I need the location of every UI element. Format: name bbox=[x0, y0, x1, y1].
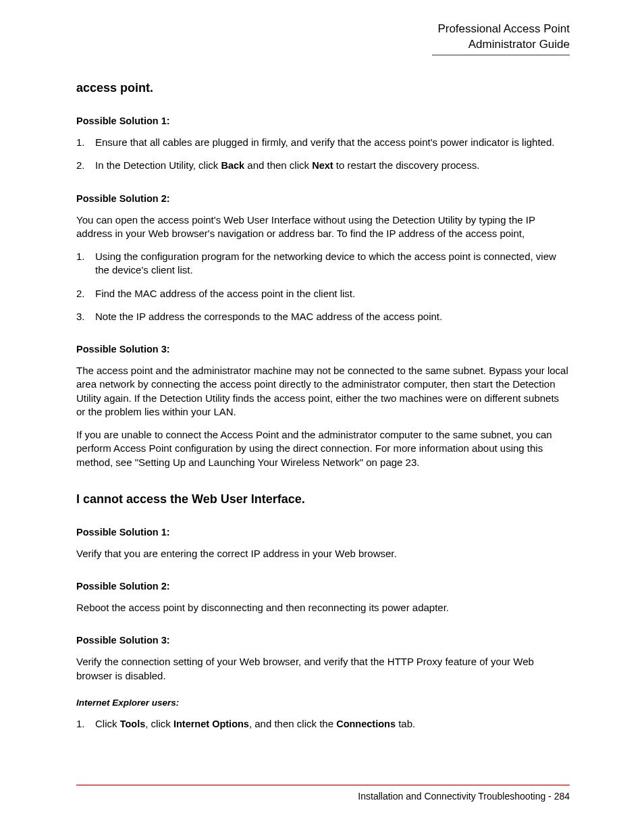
list-item: 2. Find the MAC address of the access po… bbox=[76, 287, 570, 301]
web-solution-1-heading: Possible Solution 1: bbox=[76, 527, 570, 538]
document-page: Professional Access Point Administrator … bbox=[0, 0, 644, 834]
list-text: Using the configuration program for the … bbox=[95, 250, 570, 278]
solution-3-p1: The access point and the administrator m… bbox=[76, 364, 570, 419]
web-solution-2-heading: Possible Solution 2: bbox=[76, 581, 570, 592]
web-solution-2-p: Reboot the access point by disconnecting… bbox=[76, 601, 570, 615]
list-number: 1. bbox=[76, 717, 95, 731]
solution-3-heading: Possible Solution 3: bbox=[76, 344, 570, 355]
section-title-web-ui: I cannot access the Web User Interface. bbox=[76, 492, 570, 506]
list-number: 1. bbox=[76, 250, 95, 278]
web-solution-3-heading: Possible Solution 3: bbox=[76, 635, 570, 646]
page-footer: Installation and Connectivity Troublesho… bbox=[76, 785, 570, 802]
list-number: 1. bbox=[76, 136, 95, 149]
solution-2-heading: Possible Solution 2: bbox=[76, 193, 570, 204]
header-line-1: Professional Access Point bbox=[76, 22, 570, 37]
page-header: Professional Access Point Administrator … bbox=[76, 22, 570, 55]
list-number: 3. bbox=[76, 310, 95, 323]
list-item: 3. Note the IP address the corresponds t… bbox=[76, 310, 570, 323]
list-number: 2. bbox=[76, 159, 95, 173]
solution-1-heading: Possible Solution 1: bbox=[76, 115, 570, 126]
list-item: 1. Click Tools, click Internet Options, … bbox=[76, 717, 570, 731]
solution-1-list: 1. Ensure that all cables are plugged in… bbox=[76, 136, 570, 173]
list-item: 1. Ensure that all cables are plugged in… bbox=[76, 136, 570, 149]
footer-rule bbox=[76, 785, 570, 785]
header-line-2: Administrator Guide bbox=[76, 37, 570, 53]
footer-text: Installation and Connectivity Troublesho… bbox=[76, 791, 570, 802]
ie-steps-list: 1. Click Tools, click Internet Options, … bbox=[76, 717, 570, 731]
ie-users-subhead: Internet Explorer users: bbox=[76, 698, 570, 708]
web-solution-1-p: Verify that you are entering the correct… bbox=[76, 547, 570, 561]
solution-2-list: 1. Using the configuration program for t… bbox=[76, 250, 570, 323]
list-text: Find the MAC address of the access point… bbox=[95, 287, 570, 301]
web-solution-3-p: Verify the connection setting of your We… bbox=[76, 655, 570, 683]
solution-3-p2: If you are unable to connect the Access … bbox=[76, 428, 570, 469]
header-rule bbox=[432, 55, 570, 55]
list-text: Note the IP address the corresponds to t… bbox=[95, 310, 570, 323]
list-number: 2. bbox=[76, 287, 95, 301]
list-text: In the Detection Utility, click Back and… bbox=[95, 159, 570, 173]
list-text: Click Tools, click Internet Options, and… bbox=[95, 717, 570, 731]
section-title-access-point: access point. bbox=[76, 81, 570, 95]
list-text: Ensure that all cables are plugged in fi… bbox=[95, 136, 570, 149]
list-item: 1. Using the configuration program for t… bbox=[76, 250, 570, 278]
list-item: 2. In the Detection Utility, click Back … bbox=[76, 159, 570, 173]
solution-2-intro: You can open the access point's Web User… bbox=[76, 213, 570, 241]
